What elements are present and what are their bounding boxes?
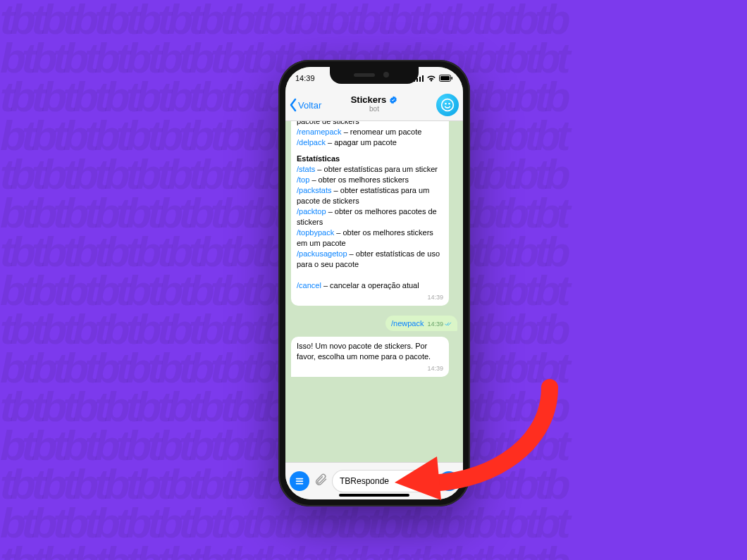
bot-message-commands[interactable]: pacote de stickers /renamepack – renomea… [291,120,449,306]
svg-rect-3 [422,75,424,82]
svg-rect-2 [419,77,421,82]
message-time: 14:39 [297,292,443,303]
cmd-top[interactable]: /top [297,175,309,184]
wifi-icon [426,75,436,82]
chat-title: Stickers [351,94,387,105]
user-message-newpack[interactable]: /newpack 14:39 [385,316,457,331]
out-time: 14:39 [427,321,443,328]
section-header-stats: Estatísticas [297,154,443,164]
cmd-renamepack[interactable]: /renamepack [297,127,342,136]
sticker-bot-icon [440,98,455,112]
status-indicators [414,75,453,82]
reply-text: Isso! Um novo pacote de stickers. Por fa… [297,342,431,361]
msg-line: – obter estatísticas para um sticker [315,165,438,173]
svg-rect-6 [452,77,453,80]
msg-line: pacote de stickers [297,120,359,125]
phone-notch [330,67,419,84]
cmd-stats[interactable]: /stats [297,165,315,173]
message-input[interactable]: TBResponde [332,470,435,492]
bot-message-reply[interactable]: Isso! Um novo pacote de stickers. Por fa… [291,337,449,377]
cmd-packusagetop[interactable]: /packusagetop [297,249,347,258]
svg-rect-5 [440,76,450,80]
chat-avatar[interactable] [436,94,459,116]
chat-navbar: Voltar Stickers bot [285,89,463,121]
svg-point-8 [445,103,447,105]
paperclip-icon [314,473,328,487]
battery-icon [439,75,453,82]
arrow-up-icon [444,476,454,486]
cmd-topbypack[interactable]: /topbypack [297,228,334,237]
cmd-delpack[interactable]: /delpack [297,138,326,147]
phone-frame: 14:39 Voltar Stickers [278,60,470,506]
svg-point-9 [448,103,450,105]
stage: tbtbtbtbtbtbtbtbtbtbtbtbtbtbtbtbtbtb btb… [0,0,747,560]
attach-button[interactable] [314,473,328,490]
read-ticks-icon [445,321,452,327]
svg-rect-12 [296,483,304,485]
cmd-cancel[interactable]: /cancel [297,281,321,290]
commands-menu-button[interactable] [290,471,309,491]
out-cmd-newpack: /newpack [391,319,424,328]
menu-icon [295,476,304,486]
phone-screen: 14:39 Voltar Stickers [285,67,463,499]
message-time: 14:39 [297,363,443,374]
chat-area[interactable]: pacote de stickers /renamepack – renomea… [285,120,463,463]
svg-rect-10 [296,478,304,480]
msg-line: – apagar um pacote [326,138,397,147]
send-button[interactable] [439,471,459,491]
cmd-packtop[interactable]: /packtop [297,207,326,216]
svg-point-7 [442,99,454,111]
msg-line: – renomear um pacote [342,127,422,136]
verified-badge-icon [389,96,397,104]
msg-line: – obter os melhores stickers [309,175,409,184]
svg-rect-11 [296,480,304,482]
message-input-value: TBResponde [340,476,389,486]
status-time: 14:39 [295,74,315,82]
msg-line: – cancelar a operação atual [321,281,419,290]
out-meta: 14:39 [427,321,452,328]
home-indicator [339,494,409,497]
cmd-packstats[interactable]: /packstats [297,186,332,194]
